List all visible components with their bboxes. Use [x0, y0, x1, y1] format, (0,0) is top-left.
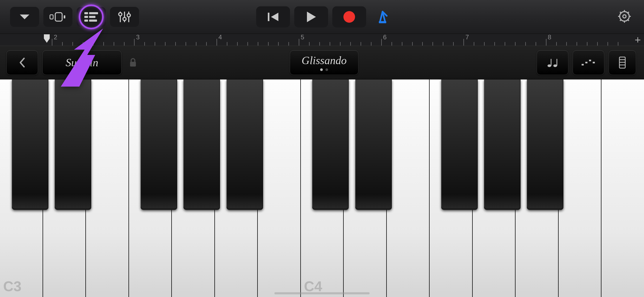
beat-tick — [577, 42, 577, 46]
white-key-B3[interactable] — [258, 79, 301, 297]
glissando-mode-button[interactable]: Glissando — [290, 50, 358, 75]
lock-icon — [129, 58, 137, 68]
piano-keyboard: C3C4 — [0, 79, 644, 297]
sustain-button[interactable]: Sustain — [42, 50, 122, 75]
black-key-C#3[interactable] — [12, 79, 48, 210]
bar-tick — [217, 39, 217, 46]
beat-tick — [566, 42, 567, 46]
beat-tick — [330, 42, 330, 46]
black-key-G#3[interactable] — [183, 79, 220, 210]
bar-number: 8 — [548, 34, 551, 41]
tracks-view-button[interactable] — [77, 7, 106, 27]
svg-marker-32 — [44, 34, 50, 43]
svg-point-34 — [548, 64, 551, 67]
add-section-button[interactable]: + — [635, 35, 641, 45]
beat-tick — [278, 42, 279, 46]
svg-rect-2 — [55, 13, 62, 21]
black-key-A#4[interactable] — [527, 79, 563, 210]
beat-tick — [227, 42, 227, 46]
black-key-F#4[interactable] — [441, 79, 478, 210]
garageband-keyboard-screen: 2345678 + Sustain Glissando — [0, 0, 644, 297]
beat-tick — [114, 42, 114, 46]
svg-rect-21 — [379, 21, 386, 23]
black-key-F#3[interactable] — [141, 79, 177, 210]
svg-rect-39 — [585, 62, 587, 63]
black-key-G#4[interactable] — [484, 79, 521, 210]
instrument-browser-button[interactable] — [10, 7, 39, 27]
beat-tick — [83, 42, 83, 46]
beat-tick — [350, 42, 351, 46]
svg-point-11 — [119, 13, 122, 16]
svg-point-13 — [123, 17, 126, 21]
svg-marker-0 — [20, 15, 29, 19]
beat-tick — [247, 42, 248, 46]
beat-tick — [515, 42, 516, 46]
beat-tick — [608, 42, 608, 46]
svg-rect-40 — [589, 60, 591, 61]
keyboard-controls-strip: Sustain Glissando — [0, 46, 644, 79]
playhead-marker[interactable] — [43, 34, 50, 46]
play-icon — [306, 11, 316, 23]
fx-controls-button[interactable] — [110, 7, 139, 27]
white-key-B4[interactable] — [559, 79, 602, 297]
bar-number: 7 — [465, 34, 469, 41]
svg-marker-17 — [271, 13, 278, 21]
white-key-E3[interactable] — [86, 79, 129, 297]
svg-line-30 — [627, 12, 629, 13]
black-key-D#3[interactable] — [55, 79, 91, 210]
beat-tick — [618, 42, 618, 46]
svg-rect-35 — [551, 59, 551, 66]
metronome-button[interactable] — [375, 6, 390, 27]
black-key-C#4[interactable] — [312, 79, 349, 210]
key-label: C4 — [304, 278, 322, 294]
beat-tick — [144, 42, 145, 46]
track-layout-button[interactable] — [43, 7, 72, 27]
record-icon — [343, 11, 356, 23]
sliders-icon — [118, 10, 131, 24]
bar-number: 2 — [54, 34, 57, 41]
beat-tick — [484, 42, 485, 46]
beat-tick — [412, 42, 413, 46]
beat-tick — [186, 42, 186, 46]
beat-tick — [494, 42, 495, 46]
svg-point-15 — [127, 14, 130, 17]
keyboard-scale-button[interactable] — [609, 50, 636, 75]
black-key-D#4[interactable] — [355, 79, 392, 210]
svg-marker-18 — [307, 12, 316, 22]
black-key-A#3[interactable] — [227, 79, 263, 210]
white-key-C5[interactable] — [601, 79, 644, 297]
beat-tick — [103, 42, 104, 46]
beat-tick — [309, 42, 310, 46]
sustain-label: Sustain — [66, 56, 98, 69]
svg-line-31 — [620, 19, 622, 21]
beat-tick — [402, 42, 402, 46]
keyboard-range-icon — [618, 56, 627, 69]
beat-tick — [175, 42, 176, 46]
beat-tick — [196, 42, 196, 46]
arpeggiator-button[interactable] — [573, 50, 604, 75]
beat-tick — [319, 42, 320, 46]
chord-mode-button[interactable] — [537, 50, 568, 75]
svg-point-36 — [553, 64, 557, 67]
keyboard-view-controls — [535, 50, 638, 75]
play-button[interactable] — [294, 6, 328, 27]
bar-tick — [134, 39, 135, 46]
chevron-left-icon — [19, 57, 26, 68]
octave-down-button[interactable] — [6, 50, 38, 75]
beat-tick — [433, 42, 433, 46]
beat-tick — [237, 42, 238, 46]
record-button[interactable] — [332, 6, 366, 27]
settings-button[interactable] — [617, 9, 632, 25]
metronome-icon — [375, 10, 390, 24]
grid-split-icon — [49, 12, 66, 22]
arpeggio-icon — [581, 59, 596, 67]
highlight-ring-icon — [79, 4, 104, 29]
go-to-start-button[interactable] — [256, 6, 290, 27]
beat-tick — [371, 42, 371, 46]
bar-tick — [52, 39, 52, 46]
beat-tick — [525, 42, 526, 46]
page-dot-1 — [325, 68, 328, 71]
sustain-lock-button[interactable] — [124, 58, 142, 68]
white-key-E4[interactable] — [387, 79, 430, 297]
timeline-ruler[interactable]: 2345678 + — [0, 34, 644, 46]
